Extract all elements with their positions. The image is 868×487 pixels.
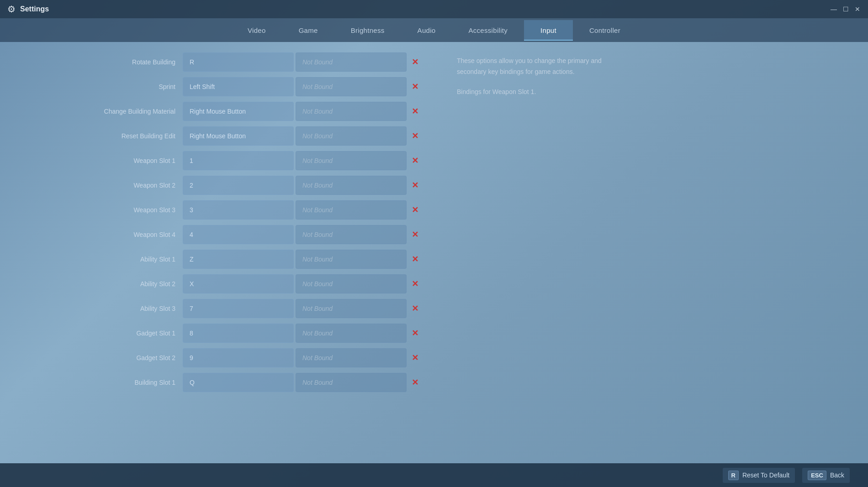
clear-icon: ✕ <box>412 304 422 314</box>
binding-secondary-input[interactable]: Not Bound <box>296 250 407 269</box>
tab-brightness[interactable]: Brightness <box>334 20 401 41</box>
binding-label: Gadget Slot 2 <box>82 354 183 361</box>
clear-binding-button[interactable]: ✕ <box>408 177 425 194</box>
binding-primary-input[interactable]: 2 <box>183 176 294 195</box>
back-button[interactable]: ESC Back <box>802 468 850 483</box>
clear-binding-button[interactable]: ✕ <box>408 350 425 366</box>
binding-primary-input[interactable]: R <box>183 52 294 72</box>
binding-primary-input[interactable]: 8 <box>183 324 294 343</box>
binding-primary-input[interactable]: Q <box>183 373 294 392</box>
binding-primary-input[interactable]: 7 <box>183 299 294 318</box>
maximize-button[interactable]: ☐ <box>842 6 849 12</box>
clear-binding-button[interactable]: ✕ <box>408 325 425 341</box>
binding-label: Rotate Building <box>82 58 183 66</box>
binding-primary-input[interactable]: X <box>183 274 294 293</box>
binding-secondary-input[interactable]: Not Bound <box>296 225 407 244</box>
info-binding-text: Bindings for Weapon Slot 1. <box>457 87 603 98</box>
clear-icon: ✕ <box>412 328 422 338</box>
binding-secondary-input[interactable]: Not Bound <box>296 274 407 293</box>
nav-tabs: Video Game Brightness Audio Accessibilit… <box>0 18 868 42</box>
clear-icon: ✕ <box>412 279 422 289</box>
binding-primary-input[interactable]: 9 <box>183 348 294 367</box>
main-content: Rotate Building R Not Bound ✕ Sprint Lef… <box>0 42 868 487</box>
table-row: Weapon Slot 1 1 Not Bound ✕ <box>82 150 425 172</box>
binding-label: Weapon Slot 3 <box>82 206 183 214</box>
table-row: Weapon Slot 2 2 Not Bound ✕ <box>82 174 425 196</box>
close-button[interactable]: ✕ <box>854 6 861 12</box>
clear-icon: ✕ <box>412 57 422 67</box>
binding-secondary-input[interactable]: Not Bound <box>296 299 407 318</box>
table-row: Reset Building Edit Right Mouse Button N… <box>82 125 425 147</box>
binding-secondary-input[interactable]: Not Bound <box>296 52 407 72</box>
clear-icon: ✕ <box>412 377 422 388</box>
table-row: Gadget Slot 1 8 Not Bound ✕ <box>82 322 425 344</box>
table-row: Rotate Building R Not Bound ✕ <box>82 51 425 73</box>
binding-secondary-input[interactable]: Not Bound <box>296 176 407 195</box>
table-row: Ability Slot 3 7 Not Bound ✕ <box>82 298 425 319</box>
clear-icon: ✕ <box>412 205 422 215</box>
binding-label: Building Slot 1 <box>82 379 183 386</box>
clear-binding-button[interactable]: ✕ <box>408 374 425 391</box>
info-panel: These options allow you to change the pr… <box>439 42 621 487</box>
binding-secondary-input[interactable]: Not Bound <box>296 126 407 146</box>
binding-label: Weapon Slot 4 <box>82 231 183 238</box>
tab-game[interactable]: Game <box>282 20 334 41</box>
reset-label: Reset To Default <box>742 471 789 479</box>
binding-secondary-input[interactable]: Not Bound <box>296 102 407 121</box>
binding-secondary-input[interactable]: Not Bound <box>296 200 407 220</box>
clear-icon: ✕ <box>412 254 422 264</box>
clear-binding-button[interactable]: ✕ <box>408 300 425 317</box>
binding-secondary-input[interactable]: Not Bound <box>296 348 407 367</box>
binding-secondary-input[interactable]: Not Bound <box>296 151 407 170</box>
binding-primary-input[interactable]: Z <box>183 250 294 269</box>
tab-input[interactable]: Input <box>524 20 573 41</box>
clear-binding-button[interactable]: ✕ <box>408 54 425 70</box>
binding-secondary-input[interactable]: Not Bound <box>296 77 407 96</box>
back-label: Back <box>830 471 844 479</box>
binding-label: Reset Building Edit <box>82 132 183 140</box>
table-row: Ability Slot 1 Z Not Bound ✕ <box>82 248 425 270</box>
binding-primary-input[interactable]: 3 <box>183 200 294 220</box>
table-row: Sprint Left Shift Not Bound ✕ <box>82 76 425 98</box>
clear-icon: ✕ <box>412 131 422 141</box>
info-main-text: These options allow you to change the pr… <box>457 56 603 78</box>
reset-to-default-button[interactable]: R Reset To Default <box>723 468 795 483</box>
clear-binding-button[interactable]: ✕ <box>408 202 425 218</box>
clear-binding-button[interactable]: ✕ <box>408 226 425 243</box>
table-row: Gadget Slot 2 9 Not Bound ✕ <box>82 347 425 369</box>
binding-primary-input[interactable]: Left Shift <box>183 77 294 96</box>
bottom-bar: R Reset To Default ESC Back <box>0 463 868 487</box>
table-row: Change Building Material Right Mouse But… <box>82 100 425 122</box>
clear-binding-button[interactable]: ✕ <box>408 128 425 144</box>
tab-accessibility[interactable]: Accessibility <box>452 20 524 41</box>
clear-binding-button[interactable]: ✕ <box>408 276 425 292</box>
binding-label: Sprint <box>82 83 183 90</box>
clear-icon: ✕ <box>412 106 422 116</box>
binding-primary-input[interactable]: Right Mouse Button <box>183 102 294 121</box>
table-row: Building Slot 1 Q Not Bound ✕ <box>82 372 425 393</box>
tab-audio[interactable]: Audio <box>401 20 452 41</box>
table-row: Weapon Slot 3 3 Not Bound ✕ <box>82 199 425 221</box>
clear-binding-button[interactable]: ✕ <box>408 103 425 120</box>
binding-primary-input[interactable]: 4 <box>183 225 294 244</box>
clear-icon: ✕ <box>412 230 422 240</box>
clear-binding-button[interactable]: ✕ <box>408 79 425 95</box>
title-bar-title: Settings <box>20 5 49 13</box>
tab-video[interactable]: Video <box>231 20 282 41</box>
binding-label: Weapon Slot 1 <box>82 157 183 164</box>
table-row: Ability Slot 2 X Not Bound ✕ <box>82 273 425 295</box>
back-key-badge: ESC <box>808 471 826 480</box>
binding-primary-input[interactable]: 1 <box>183 151 294 170</box>
clear-binding-button[interactable]: ✕ <box>408 152 425 169</box>
clear-icon: ✕ <box>412 353 422 363</box>
binding-secondary-input[interactable]: Not Bound <box>296 324 407 343</box>
title-bar: ⚙ Settings — ☐ ✕ <box>0 0 868 18</box>
binding-label: Weapon Slot 2 <box>82 182 183 189</box>
clear-binding-button[interactable]: ✕ <box>408 251 425 267</box>
binding-label: Ability Slot 1 <box>82 256 183 263</box>
binding-primary-input[interactable]: Right Mouse Button <box>183 126 294 146</box>
binding-label: Gadget Slot 1 <box>82 330 183 337</box>
tab-controller[interactable]: Controller <box>573 20 637 41</box>
minimize-button[interactable]: — <box>831 6 837 12</box>
binding-secondary-input[interactable]: Not Bound <box>296 373 407 392</box>
